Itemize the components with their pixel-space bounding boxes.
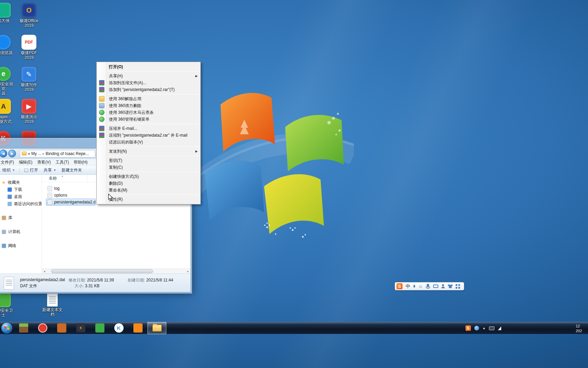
context-menu-item[interactable]: 创建快捷方式(S)	[97, 173, 200, 180]
desktop-icon[interactable]: ▶极速演示 2019	[18, 99, 40, 128]
breadcrumb-separator-icon: ▸	[43, 152, 44, 155]
sidebar-item-icon	[7, 202, 12, 206]
context-menu-item[interactable]: 添加到 "persistentgamedata2.rar"(T)	[97, 86, 200, 93]
desktop-icon[interactable]: QQ浏览器	[0, 35, 14, 64]
taskbar-button-orange-app-2[interactable]	[128, 322, 147, 334]
menubar-item[interactable]: 文件(F)	[0, 159, 16, 165]
desktop-icon[interactable]: Aplayer - 快捷方式	[0, 99, 14, 128]
sidebar-item[interactable]: 桌面	[0, 193, 42, 200]
context-menu-item[interactable]: 还原以前的版本(V)	[97, 139, 200, 145]
menubar-item[interactable]: 工具(T)	[53, 159, 71, 165]
windows-logo	[191, 87, 354, 247]
taskbar-button-lightning-app[interactable]: ⚡	[71, 322, 90, 334]
desktop-icon[interactable]: O极速Office 2019	[18, 3, 40, 32]
desktop-icon[interactable]: PDF极速PDF 2019	[18, 35, 40, 64]
sidebar-item[interactable]: 下载	[0, 186, 42, 193]
menubar-item[interactable]: 编辑(E)	[16, 159, 35, 165]
context-menu-item[interactable]: 压缩并 E-mail...	[97, 125, 200, 132]
address-bar[interactable]: « My ... ▸ Binding of Isaac Repe...	[20, 150, 95, 157]
context-menu-item[interactable]: 共享(H)▶	[97, 73, 200, 79]
menubar-item[interactable]: 帮助(H)	[71, 159, 90, 165]
sogou-logo-icon[interactable]: S	[396, 283, 403, 289]
context-menu-item[interactable]: 打开(O)	[97, 63, 200, 70]
horizontal-scrollbar[interactable]: ◂ ▸	[42, 269, 191, 274]
scrollbar-thumb[interactable]	[51, 269, 153, 273]
app-icon	[0, 35, 11, 50]
file-row[interactable]: persistentgamedata2.d...	[46, 199, 96, 205]
sidebar-item[interactable]: 库	[0, 214, 42, 221]
toolbar-button[interactable]: 组织▼	[0, 166, 18, 174]
s360g-icon	[99, 117, 104, 122]
column-header-name[interactable]: 名称 ▴	[42, 175, 87, 182]
taskbar-button-kugou[interactable]: K	[109, 322, 128, 334]
file-row[interactable]: options	[46, 192, 96, 199]
menu-separator	[107, 71, 199, 72]
menubar-item[interactable]: 查看(V)	[35, 159, 53, 165]
context-menu-item[interactable]: 使用 360管理右键菜单	[97, 116, 200, 123]
scrollbar-track[interactable]	[47, 269, 185, 274]
toolbar-button[interactable]: 打开	[21, 166, 41, 174]
taskbar-clock[interactable]: 12 202	[576, 324, 582, 334]
file-row[interactable]: log	[46, 185, 96, 192]
network-icon[interactable]	[498, 326, 501, 330]
taskbar-button-minecraft[interactable]	[14, 322, 33, 334]
breadcrumb-root[interactable]: « My ...	[28, 151, 41, 156]
scroll-left-button[interactable]: ◂	[42, 269, 47, 274]
mic-icon[interactable]	[427, 284, 429, 287]
breadcrumb-current[interactable]: Binding of Isaac Repe...	[46, 151, 89, 156]
context-menu-item[interactable]: 发送到(N)▶	[97, 148, 200, 155]
context-menu-item[interactable]: 使用 360进行木马云查杀	[97, 109, 200, 116]
taskbar-button-green-input-app[interactable]	[90, 322, 109, 334]
context-menu-item[interactable]: 压缩到 "persistentgamedata2.rar" 并 E-mail	[97, 132, 200, 139]
toolbar-button[interactable]: 新建文件夹	[59, 166, 85, 174]
app-icon	[0, 3, 11, 18]
desktop-icon[interactable]: 鼠大侠	[0, 3, 14, 32]
context-menu-item[interactable]: 剪切(T)	[97, 157, 200, 164]
ime-indicator-icon[interactable]	[489, 326, 494, 330]
context-menu-item[interactable]: 使用 360强力删除	[97, 102, 200, 109]
account-icon[interactable]	[441, 284, 445, 288]
forward-button[interactable]: ▶	[8, 150, 16, 157]
desktop-icon-label: 新建文本文档	[42, 308, 63, 317]
sidebar-item-icon	[2, 230, 6, 234]
submenu-arrow-icon: ▶	[195, 148, 198, 155]
desktop-icon-label: 360安全浏览 器	[0, 82, 14, 96]
skin-icon[interactable]	[448, 285, 453, 288]
ime-toolbar[interactable]: S 中 ☺	[395, 282, 464, 290]
context-menu-item[interactable]: 复制(C)	[97, 164, 200, 171]
taskbar-button-orange-app[interactable]	[52, 322, 71, 334]
context-menu-item[interactable]: 重命名(M)	[97, 187, 200, 194]
show-hidden-icons-arrow[interactable]: ▲	[483, 326, 486, 330]
taskbar-button-explorer[interactable]	[147, 322, 166, 334]
desktop-icon[interactable]: 新建文本文档	[42, 293, 63, 322]
sidebar-item[interactable]: 网络	[0, 242, 42, 249]
punctuation-icon[interactable]	[413, 285, 415, 288]
sidebar-item[interactable]: ★收藏夹	[0, 179, 42, 186]
start-button[interactable]	[1, 322, 13, 334]
keyboard-icon[interactable]	[433, 285, 438, 288]
sidebar-item[interactable]: 计算机	[0, 228, 42, 235]
tray-app-icon[interactable]	[474, 326, 479, 331]
details-pane: persistentgamedata2.dat 修改日期: 2021/5/8 1…	[0, 274, 191, 292]
s360g-icon	[99, 110, 104, 115]
sidebar-item[interactable]: 最近访问的位置	[0, 200, 42, 208]
file-icon	[48, 200, 52, 205]
selected-file-icon	[4, 277, 14, 290]
context-menu-item[interactable]: 使用 360解除占用	[97, 95, 200, 102]
toolbar-button[interactable]: 共享▼	[41, 166, 59, 174]
context-menu-item[interactable]: 添加到压缩文件(A)...	[97, 79, 200, 86]
lightning-app-icon: ⚡	[76, 323, 85, 333]
emoji-icon[interactable]: ☺	[418, 284, 423, 289]
desktop-icon-label: 极速Office 2019	[19, 19, 38, 28]
app-icon: O	[21, 3, 36, 18]
sogou-tray-icon[interactable]: S	[466, 325, 471, 331]
desktop-icon[interactable]: 360安全卫士	[0, 292, 14, 322]
scroll-right-button[interactable]: ▸	[185, 269, 191, 274]
taskbar-button-antivirus-360[interactable]	[33, 322, 52, 334]
ime-chinese-mode[interactable]: 中	[406, 284, 410, 289]
toolbox-icon[interactable]	[456, 284, 460, 289]
context-menu-item[interactable]: 删除(D)	[97, 180, 200, 187]
desktop-icon[interactable]: ✎极速写作 2019	[18, 67, 40, 96]
back-button[interactable]: ◀	[0, 150, 7, 157]
desktop-icon[interactable]: e360安全浏览 器	[0, 67, 14, 96]
